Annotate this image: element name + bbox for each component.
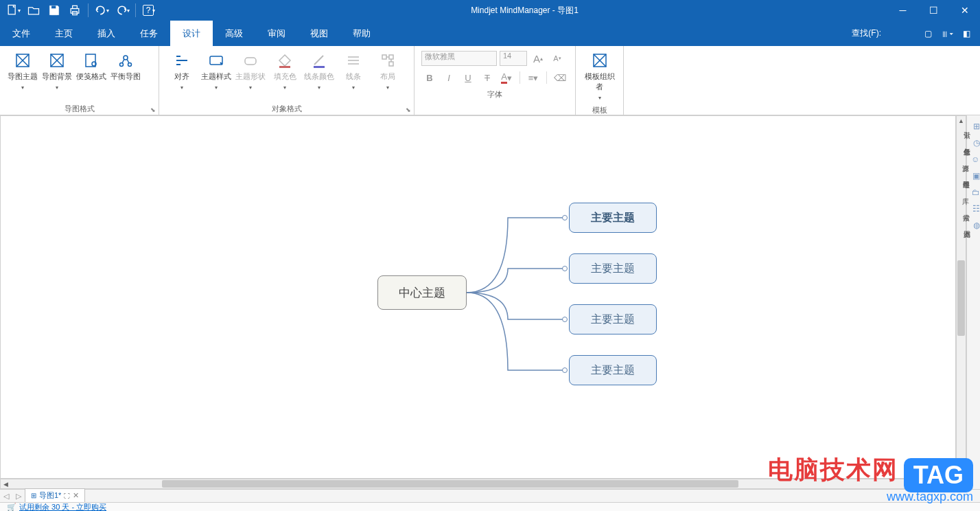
connector-dot bbox=[562, 215, 568, 220]
minimize-button[interactable]: ─ bbox=[887, 0, 918, 21]
svg-point-9 bbox=[120, 63, 124, 67]
svg-rect-12 bbox=[245, 58, 256, 65]
vertical-scrollbar[interactable]: ▲ ▼ bbox=[956, 115, 966, 479]
svg-point-10 bbox=[128, 63, 132, 67]
template-organizer-button[interactable]: 模板组织者▾ bbox=[583, 49, 617, 104]
connector-dot bbox=[562, 317, 568, 322]
tab-design[interactable]: 设计 bbox=[170, 21, 213, 46]
save-button[interactable] bbox=[45, 1, 64, 20]
ribbon: 导图主题▾ 导图背景▾ 便笺格式 平衡导图 导图格式⬊ 对齐▾ 主题样式▾ 主题… bbox=[0, 46, 980, 115]
search-label[interactable]: 查找(F): bbox=[852, 27, 881, 39]
font-color-button[interactable]: A▾ bbox=[498, 70, 515, 85]
svg-rect-6 bbox=[86, 54, 95, 67]
bold-button[interactable]: B bbox=[421, 70, 438, 85]
trial-link[interactable]: 试用剩余 30 天 - 立即购买 bbox=[19, 502, 106, 511]
main-topic-4[interactable]: 主要主题 bbox=[569, 355, 657, 385]
underline-button[interactable]: U bbox=[460, 70, 476, 85]
scroll-down-icon[interactable]: ▼ bbox=[957, 468, 966, 478]
side-tab-library[interactable]: 🗀库 bbox=[968, 185, 980, 200]
document-tab-label: 导图1* bbox=[39, 490, 61, 501]
dialog-launcher-icon[interactable]: ⬊ bbox=[406, 106, 411, 113]
side-tab-resources[interactable]: ☺资源 bbox=[968, 152, 980, 167]
scroll-left-icon[interactable]: ◀ bbox=[1, 479, 10, 488]
quick-format-button[interactable]: 便笺格式 bbox=[74, 49, 108, 84]
tab-view[interactable]: 视图 bbox=[298, 21, 340, 46]
group-label: 模板 bbox=[592, 105, 607, 115]
side-tab-map-parts[interactable]: ▣导图组件 bbox=[968, 168, 980, 183]
map-canvas[interactable]: 中心主题 主要主题 主要主题 主要主题 主要主题 bbox=[0, 115, 956, 479]
cart-icon: 🛒 bbox=[7, 503, 16, 512]
svg-rect-2 bbox=[73, 5, 78, 8]
dialog-launcher-icon[interactable]: ⬊ bbox=[150, 106, 156, 113]
view-options-icon[interactable]: ⫼▾ bbox=[940, 27, 954, 41]
collapse-ribbon-icon[interactable]: ▢ bbox=[921, 27, 935, 41]
tab-review[interactable]: 审阅 bbox=[255, 21, 298, 46]
document-tab[interactable]: ⊞ 导图1* ⛶ ✕ bbox=[25, 488, 85, 502]
scrollbar-thumb[interactable] bbox=[162, 480, 738, 488]
grow-font-icon[interactable]: A▴ bbox=[530, 51, 546, 66]
font-name-select[interactable]: 微软雅黑 bbox=[421, 51, 497, 66]
print-button[interactable] bbox=[65, 1, 84, 20]
group-label: 对象格式 bbox=[272, 104, 302, 114]
map-background-button[interactable]: 导图背景▾ bbox=[40, 49, 74, 93]
lines-button[interactable]: 线条▾ bbox=[336, 49, 371, 93]
connector-dot bbox=[562, 266, 568, 271]
align-text-button[interactable]: ≡▾ bbox=[525, 70, 541, 85]
person-icon: ☺ bbox=[971, 155, 979, 164]
balance-map-button[interactable]: 平衡导图 bbox=[108, 49, 143, 84]
undo-button[interactable]: ▾ bbox=[92, 1, 111, 20]
window-title: Mindjet MindManager - 导图1 bbox=[162, 5, 887, 16]
group-label: 字体 bbox=[487, 89, 502, 100]
expand-tab-icon[interactable]: ⛶ bbox=[64, 492, 70, 499]
line-color-button[interactable]: 线条颜色▾ bbox=[302, 49, 336, 93]
group-object-format: 对齐▾ 主题样式▾ 主题形状▾ 填充色▾ 线条颜色▾ 线条▾ 布局▾ 对象格式⬊ bbox=[159, 46, 415, 115]
main-topic-2[interactable]: 主要主题 bbox=[569, 253, 657, 284]
italic-button[interactable]: I bbox=[441, 70, 457, 85]
close-button[interactable]: ✕ bbox=[949, 0, 980, 21]
topic-style-button[interactable]: 主题样式▾ bbox=[199, 49, 233, 93]
maximize-button[interactable]: ☐ bbox=[918, 0, 949, 21]
map-theme-button[interactable]: 导图主题▾ bbox=[5, 49, 40, 93]
svg-rect-13 bbox=[279, 66, 290, 68]
topic-shape-button[interactable]: 主题形状▾ bbox=[233, 49, 268, 93]
ribbon-tabs: 文件 主页 插入 任务 设计 高级 审阅 视图 帮助 查找(F): ▢ ⫼▾ ◧ bbox=[0, 21, 980, 46]
panel-toggle-icon[interactable]: ◧ bbox=[959, 27, 973, 41]
side-tab-search[interactable]: ☷搜索 bbox=[968, 201, 980, 216]
scrollbar-thumb[interactable] bbox=[957, 260, 965, 336]
tab-insert[interactable]: 插入 bbox=[85, 21, 128, 46]
tab-advanced[interactable]: 高级 bbox=[213, 21, 255, 46]
central-topic[interactable]: 中心主题 bbox=[377, 275, 467, 310]
tab-help[interactable]: 帮助 bbox=[340, 21, 383, 46]
group-font: 微软雅黑 14 A▴ A▾ B I U T A▾ ≡▾ ⌫ 字体 bbox=[415, 46, 576, 115]
align-button[interactable]: 对齐▾ bbox=[165, 49, 199, 93]
tab-home[interactable]: 主页 bbox=[43, 21, 85, 46]
new-doc-button[interactable]: ▾ bbox=[3, 1, 23, 20]
shrink-font-icon[interactable]: A▾ bbox=[549, 51, 565, 66]
fill-color-button[interactable]: 填充色▾ bbox=[268, 49, 302, 93]
tab-file[interactable]: 文件 bbox=[0, 21, 43, 46]
side-tab-task-info[interactable]: ◷任务信息 bbox=[968, 135, 980, 150]
side-tab-index[interactable]: ⊞索引 bbox=[968, 119, 980, 134]
tab-scroll-left[interactable]: ◁ bbox=[0, 492, 12, 501]
connector-dot bbox=[562, 367, 568, 373]
clear-format-button[interactable]: ⌫ bbox=[552, 70, 568, 85]
parts-icon: ▣ bbox=[972, 171, 980, 181]
scroll-right-icon[interactable]: ▶ bbox=[946, 479, 955, 488]
help-button[interactable]: ?▾ bbox=[139, 1, 159, 20]
svg-rect-14 bbox=[314, 66, 325, 68]
horizontal-scrollbar[interactable]: ◀ ▶ bbox=[0, 479, 956, 489]
layout-button[interactable]: 布局▾ bbox=[371, 49, 405, 93]
strikethrough-button[interactable]: T bbox=[479, 70, 495, 85]
main-topic-3[interactable]: 主要主题 bbox=[569, 304, 657, 334]
tab-scroll-right[interactable]: ▷ bbox=[12, 492, 25, 501]
side-tab-browser[interactable]: ◍浏览器 bbox=[968, 218, 980, 233]
redo-button[interactable]: ▾ bbox=[113, 1, 132, 20]
close-tab-icon[interactable]: ✕ bbox=[73, 491, 79, 500]
open-button[interactable] bbox=[24, 1, 43, 20]
svg-rect-15 bbox=[382, 55, 386, 59]
browser-icon: ◍ bbox=[973, 220, 980, 230]
scroll-up-icon[interactable]: ▲ bbox=[957, 116, 966, 126]
font-size-select[interactable]: 14 bbox=[500, 51, 527, 66]
tab-task[interactable]: 任务 bbox=[128, 21, 170, 46]
main-topic-1[interactable]: 主要主题 bbox=[569, 203, 657, 233]
